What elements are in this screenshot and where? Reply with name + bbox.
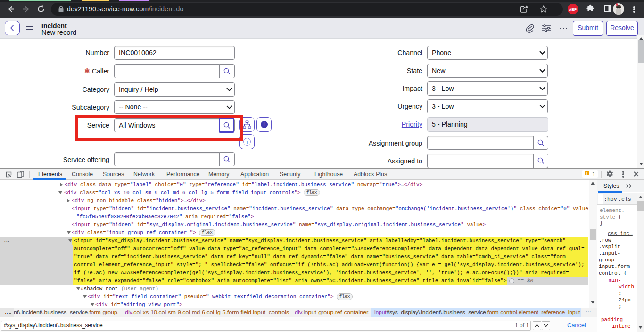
svg-text:ABP: ABP [569,8,578,12]
